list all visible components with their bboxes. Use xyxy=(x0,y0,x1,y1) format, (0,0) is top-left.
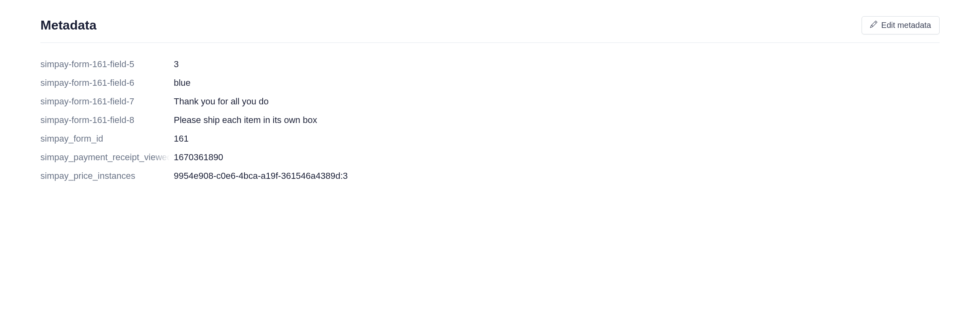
edit-button-label: Edit metadata xyxy=(881,21,931,30)
metadata-table: simpay-form-161-field-53simpay-form-161-… xyxy=(40,55,940,185)
metadata-value: blue xyxy=(170,74,940,92)
metadata-row: simpay_form_id161 xyxy=(40,129,940,148)
pencil-icon xyxy=(870,21,877,30)
metadata-value: 161 xyxy=(170,129,940,148)
metadata-key: simpay-form-161-field-6 xyxy=(40,74,170,92)
metadata-header: Metadata Edit metadata xyxy=(40,16,940,43)
metadata-row: simpay-form-161-field-7Thank you for all… xyxy=(40,92,940,111)
metadata-value: 9954e908-c0e6-4bca-a19f-361546a4389d:3 xyxy=(170,167,940,185)
metadata-row: simpay-form-161-field-8Please ship each … xyxy=(40,111,940,129)
metadata-key: simpay-form-161-field-5 xyxy=(40,55,170,74)
edit-metadata-button[interactable]: Edit metadata xyxy=(862,16,940,34)
section-title: Metadata xyxy=(40,18,97,33)
metadata-row: simpay-form-161-field-6blue xyxy=(40,74,940,92)
metadata-value: Please ship each item in its own box xyxy=(170,111,940,129)
metadata-value: 1670361890 xyxy=(170,148,940,167)
metadata-key: simpay_payment_receipt_viewed xyxy=(40,148,170,167)
metadata-value: 3 xyxy=(170,55,940,74)
metadata-row: simpay_payment_receipt_viewed1670361890 xyxy=(40,148,940,167)
metadata-key: simpay-form-161-field-7 xyxy=(40,92,170,111)
metadata-row: simpay-form-161-field-53 xyxy=(40,55,940,74)
metadata-value: Thank you for all you do xyxy=(170,92,940,111)
metadata-key: simpay_form_id xyxy=(40,129,170,148)
metadata-key: simpay-form-161-field-8 xyxy=(40,111,170,129)
metadata-row: simpay_price_instances9954e908-c0e6-4bca… xyxy=(40,167,940,185)
metadata-key: simpay_price_instances xyxy=(40,167,170,185)
